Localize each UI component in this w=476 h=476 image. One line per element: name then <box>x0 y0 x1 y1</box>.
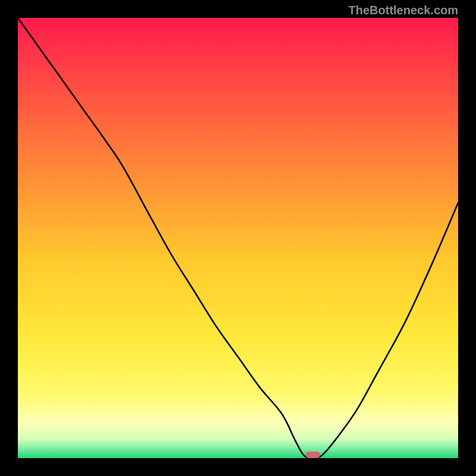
plot-area <box>18 18 458 458</box>
marker-point <box>306 452 320 458</box>
chart-container: TheBottleneck.com <box>0 0 476 476</box>
curve-layer <box>18 18 458 458</box>
bottleneck-curve <box>18 18 458 458</box>
watermark-text: TheBottleneck.com <box>349 4 458 17</box>
